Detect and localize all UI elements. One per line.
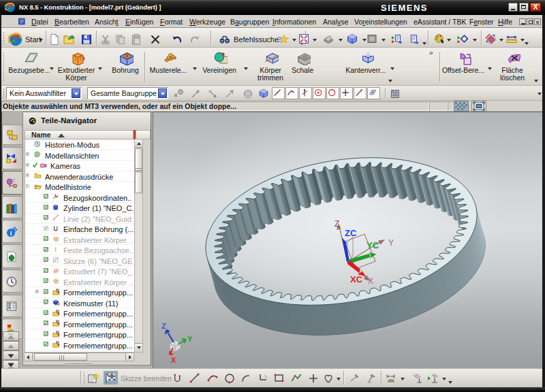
svg-text:YC: YC [367, 240, 379, 250]
svg-text:Y: Y [388, 238, 394, 248]
svg-text:XC: XC [350, 274, 363, 284]
svg-text:Y: Y [187, 335, 193, 343]
svg-text:Z: Z [334, 219, 339, 229]
svg-text:Z: Z [161, 322, 166, 330]
svg-text:X: X [171, 356, 176, 364]
svg-text:ZC: ZC [345, 228, 357, 238]
svg-text:X: X [368, 276, 373, 286]
svg-text:i: i [10, 230, 12, 237]
